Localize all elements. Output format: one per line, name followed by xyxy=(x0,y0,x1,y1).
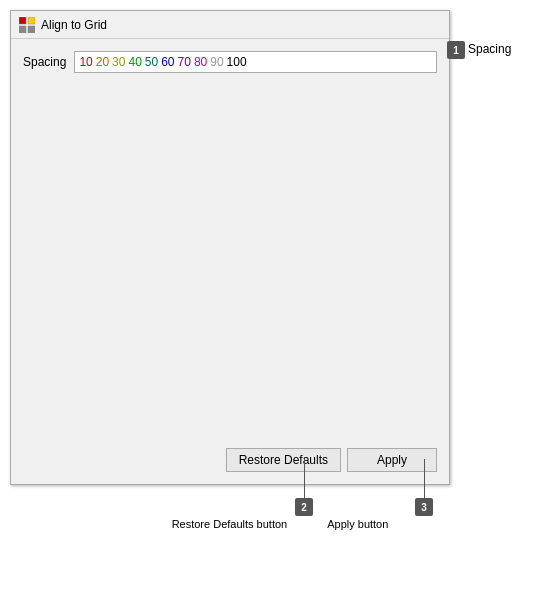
empty-area xyxy=(23,83,437,438)
svg-rect-0 xyxy=(19,17,26,24)
annotation-line-apply xyxy=(424,459,425,501)
annotation-line-restore xyxy=(304,459,305,501)
annotation-badge-1-label: Spacing xyxy=(468,42,511,56)
annotation-badge-3: 3 xyxy=(415,498,433,516)
spacing-input-wrapper[interactable]: 10 20 30 40 50 60 70 80 90 100 xyxy=(74,51,437,73)
dialog-title: Align to Grid xyxy=(41,18,107,32)
dialog-content: Spacing 10 20 30 40 50 60 70 80 90 100 xyxy=(11,39,449,484)
svg-rect-1 xyxy=(28,17,35,24)
annotation-badge-2: 2 xyxy=(295,498,313,516)
spacing-val-30: 30 xyxy=(112,55,125,69)
annotation-label-restore: Restore Defaults button xyxy=(172,518,288,530)
spacing-val-20: 20 xyxy=(96,55,109,69)
annotation-labels: Restore Defaults button Apply button xyxy=(0,518,560,530)
spacing-val-50: 50 xyxy=(145,55,158,69)
spacing-numbers: 10 20 30 40 50 60 70 80 90 100 xyxy=(79,55,246,69)
spacing-val-40: 40 xyxy=(128,55,141,69)
outer-container: Align to Grid Spacing 10 20 30 40 50 60 … xyxy=(0,0,560,603)
svg-rect-2 xyxy=(19,26,26,33)
title-bar: Align to Grid xyxy=(11,11,449,39)
spacing-val-80: 80 xyxy=(194,55,207,69)
annotation-label-apply: Apply button xyxy=(327,518,388,530)
button-row: Restore Defaults Apply xyxy=(23,438,437,472)
spacing-val-10: 10 xyxy=(79,55,92,69)
spacing-val-60: 60 xyxy=(161,55,174,69)
spacing-row: Spacing 10 20 30 40 50 60 70 80 90 100 xyxy=(23,51,437,73)
spacing-label: Spacing xyxy=(23,55,66,69)
align-to-grid-icon xyxy=(19,17,35,33)
svg-rect-3 xyxy=(28,26,35,33)
spacing-val-90: 90 xyxy=(210,55,223,69)
annotation-badge-1: 1 xyxy=(447,41,465,59)
restore-defaults-button[interactable]: Restore Defaults xyxy=(226,448,341,472)
dialog-window: Align to Grid Spacing 10 20 30 40 50 60 … xyxy=(10,10,450,485)
spacing-val-100: 100 xyxy=(227,55,247,69)
spacing-val-70: 70 xyxy=(178,55,191,69)
